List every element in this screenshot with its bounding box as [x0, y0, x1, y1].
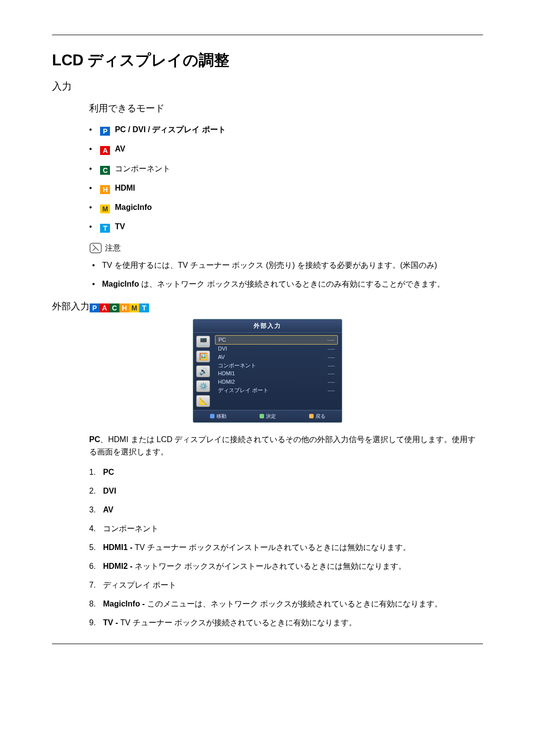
list-item: ディスプレイ ポート [89, 579, 483, 591]
list-item: MagicInfo - このメニューは、ネットワーク ボックスが接続されていると… [89, 598, 483, 610]
osd-list: PC ---- DVI ---- AV ---- コンポーネント ---- [213, 333, 342, 410]
osd-row[interactable]: HDMI1 ---- [215, 369, 338, 378]
list-item: TV - TV チューナー ボックスが接続されているときに有効になります。 [89, 617, 483, 629]
p-icon: P [100, 127, 110, 136]
osd-row[interactable]: HDMI2 ---- [215, 378, 338, 386]
external-input-heading: 外部入力 [52, 300, 90, 313]
list-item: AV [89, 504, 483, 516]
osd-sidebar: 🖥️ 🖼️ 🔊 ⚙️ 📐 [193, 333, 213, 410]
list-item: HDMI1 - TV チューナー ボックスがインストールされているときには無効に… [89, 542, 483, 554]
mode-item: • P PC / DVI / ディスプレイ ポート [89, 125, 483, 136]
osd-row[interactable]: ディスプレイ ポート ---- [215, 386, 338, 395]
a-icon: A [100, 146, 110, 155]
mode-label: PC / DVI / ディスプレイ ポート [115, 125, 226, 134]
p-icon: P [90, 303, 100, 312]
mode-item: • T TV [89, 222, 483, 233]
mode-item: • H HDMI [89, 184, 483, 194]
external-input-description: PC、HDMI または LCD ディスプレイに接続されているその他の外部入力信号… [89, 434, 483, 458]
osd-side-icon: 🖥️ [196, 336, 210, 348]
section-input-heading: 入力 [52, 80, 483, 93]
mode-item: • M MagicInfo [89, 203, 483, 213]
h-icon: H [100, 185, 110, 194]
osd-footer: 移動 決定 戻る [193, 410, 342, 422]
h-icon: H [119, 303, 129, 312]
osd-row[interactable]: PC ---- [215, 335, 338, 345]
osd-panel: 外部入力 🖥️ 🖼️ 🔊 ⚙️ 📐 PC ---- DVI - [193, 319, 342, 423]
m-icon: M [129, 303, 139, 312]
mode-item: • C コンポーネント [89, 164, 483, 175]
t-icon: T [100, 224, 110, 233]
osd-row[interactable]: コンポーネント ---- [215, 361, 338, 370]
note-icon [89, 242, 103, 254]
mode-item: • A AV [89, 145, 483, 155]
page-title: LCD ディスプレイの調整 [52, 50, 483, 71]
list-item: HDMI2 - ネットワーク ボックスがインストールされているときには無効になり… [89, 560, 483, 572]
osd-row[interactable]: DVI ---- [215, 345, 338, 353]
c-icon: C [100, 166, 110, 175]
rule-bottom [52, 644, 483, 644]
note-heading: 注意 [89, 242, 483, 254]
mode-label: HDMI [115, 184, 135, 192]
mode-icon-row: PACHMT [90, 301, 149, 312]
rule-top [52, 35, 483, 35]
inputs-list: PC DVI AV コンポーネント HDMI1 - TV チューナー ボックスが… [89, 466, 483, 629]
list-item: PC [89, 466, 483, 478]
osd-enter-hint: 決定 [260, 413, 276, 420]
note-item: TV を使用するには、TV チューナー ボックス (別売り) を接続する必要があ… [89, 259, 483, 271]
available-modes-heading: 利用できるモード [89, 102, 483, 115]
osd-move-hint: 移動 [210, 413, 226, 420]
note-label: 注意 [105, 243, 121, 253]
note-item: MagicInfo は、ネットワーク ボックスが接続されているときにのみ有効にす… [89, 278, 483, 290]
c-icon: C [109, 303, 119, 312]
osd-side-icon: ⚙️ [196, 380, 210, 392]
mode-label: コンポーネント [115, 164, 170, 173]
m-icon: M [100, 204, 110, 213]
osd-side-icon: 🔊 [196, 365, 210, 377]
modes-list: • P PC / DVI / ディスプレイ ポート • A AV • C コンポ… [89, 125, 483, 233]
osd-row[interactable]: AV ---- [215, 353, 338, 361]
osd-side-icon: 🖼️ [196, 351, 210, 362]
osd-title: 外部入力 [193, 319, 342, 333]
list-item: コンポーネント [89, 523, 483, 535]
mode-label: AV [115, 145, 125, 153]
a-icon: A [100, 303, 109, 312]
list-item: DVI [89, 485, 483, 497]
mode-label: MagicInfo [115, 203, 152, 211]
mode-label: TV [115, 222, 125, 231]
osd-return-hint: 戻る [309, 413, 325, 420]
osd-side-icon: 📐 [196, 395, 210, 407]
t-icon: T [139, 303, 149, 312]
notes-list: TV を使用するには、TV チューナー ボックス (別売り) を接続する必要があ… [89, 259, 483, 290]
